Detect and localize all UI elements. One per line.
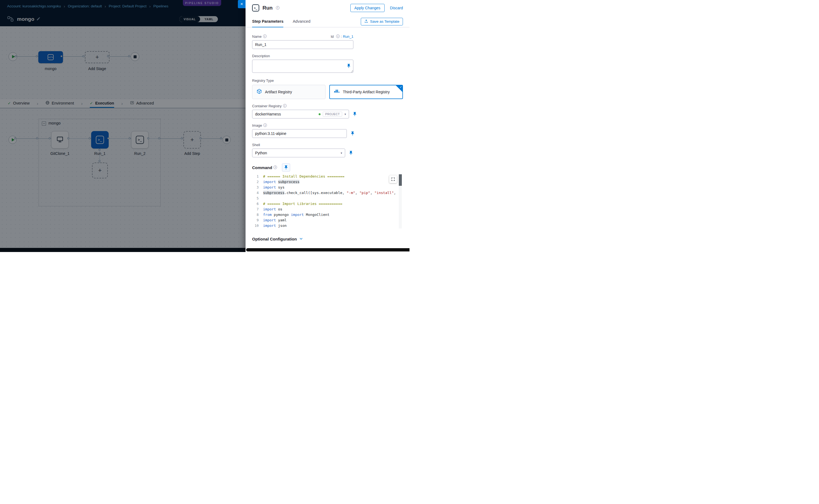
expand-editor-button[interactable] — [389, 175, 397, 183]
card-label: Third-Party Artifact Registry — [343, 90, 390, 94]
editor-scrollbar-thumb[interactable] — [399, 174, 402, 186]
code-lines: 1# ====== Install Dependencies ========2… — [252, 174, 403, 228]
pin-icon[interactable] — [352, 112, 357, 117]
info-icon[interactable]: i — [273, 166, 277, 169]
horizontal-scrollbar[interactable] — [246, 248, 410, 251]
description-textarea[interactable] — [252, 60, 353, 73]
close-drawer-button[interactable]: × — [238, 0, 245, 8]
save-as-template-button[interactable]: Save as Template — [361, 18, 403, 25]
step-id-value: Run_1 — [343, 34, 353, 39]
save-as-template-label: Save as Template — [370, 19, 399, 24]
info-icon[interactable]: i — [283, 104, 286, 108]
name-label: Namei — [252, 34, 267, 39]
step-parameters-form: Namei Idi : Run_1 Description Registry — [245, 27, 410, 248]
template-upload-icon — [364, 19, 368, 24]
info-icon[interactable]: i — [263, 123, 267, 127]
drawer-header: >_ Run i Apply Changes Discard — [245, 0, 410, 16]
artifact-registry-icon — [256, 89, 262, 95]
modal-overlay[interactable] — [0, 0, 245, 252]
optional-configuration-toggle[interactable]: Optional Configuration — [252, 237, 403, 241]
chevron-down-icon — [299, 237, 303, 241]
command-pin-button[interactable] — [282, 163, 290, 172]
scope-tag: PROJECT — [323, 112, 342, 117]
step-config-drawer: × >_ Run i Apply Changes Discard Step Pa… — [245, 0, 410, 252]
tab-advanced[interactable]: Advanced — [292, 16, 310, 27]
pin-icon[interactable] — [348, 150, 353, 155]
card-label: Artifact Registry — [265, 90, 292, 94]
pin-icon[interactable] — [350, 131, 355, 136]
container-registry-value: dockerHarness — [255, 112, 281, 116]
run-step-icon: >_ — [252, 4, 259, 11]
info-icon[interactable]: i — [276, 6, 279, 10]
chevron-down-icon: ▾ — [340, 151, 342, 155]
third-party-artifact-registry-card[interactable]: Third-Party Artifact Registry ✓ — [329, 85, 403, 99]
chevron-down-icon: ▾ — [344, 112, 346, 116]
registry-type-label: Registry Type — [252, 79, 403, 83]
registry-type-cards: Artifact Registry Third-Party Artifact R… — [252, 85, 403, 99]
optional-configuration-label: Optional Configuration — [252, 237, 297, 241]
container-registry-select[interactable]: dockerHarness PROJECT ▾ — [252, 110, 349, 118]
step-id: Idi : Run_1 — [331, 34, 353, 39]
shell-select[interactable]: Python ▾ — [252, 149, 345, 157]
image-label: Imagei — [252, 123, 403, 128]
pin-icon — [283, 165, 288, 170]
command-code-editor[interactable]: 1# ====== Install Dependencies ========2… — [252, 174, 403, 230]
tab-step-parameters[interactable]: Step Parameters — [252, 16, 283, 27]
selected-check-icon: ✓ — [395, 85, 402, 92]
shell-value: Python — [255, 151, 267, 155]
name-input[interactable] — [252, 40, 353, 49]
image-value: python:3.11-alpine — [255, 131, 286, 136]
docker-icon — [334, 89, 340, 95]
command-label: Commandi — [252, 165, 277, 170]
connected-status-dot — [318, 113, 320, 115]
info-icon[interactable]: i — [263, 34, 267, 38]
shell-label: Shell — [252, 143, 403, 147]
pipeline-studio-page: Account: kurosakiichigo.songoku › Organi… — [0, 0, 410, 252]
apply-changes-button[interactable]: Apply Changes — [350, 4, 384, 12]
drawer-title: Run — [262, 5, 273, 11]
pin-icon[interactable] — [346, 63, 351, 68]
info-icon[interactable]: i — [336, 34, 340, 38]
image-input[interactable]: python:3.11-alpine — [252, 129, 347, 138]
drawer-tab-bar: Step Parameters Advanced Save as Templat… — [245, 16, 410, 27]
editor-scrollbar-track[interactable] — [399, 174, 402, 228]
container-registry-label: Container Registryi — [252, 104, 403, 108]
discard-button[interactable]: Discard — [390, 6, 403, 10]
description-label: Description — [252, 54, 403, 58]
artifact-registry-card[interactable]: Artifact Registry — [252, 85, 325, 99]
